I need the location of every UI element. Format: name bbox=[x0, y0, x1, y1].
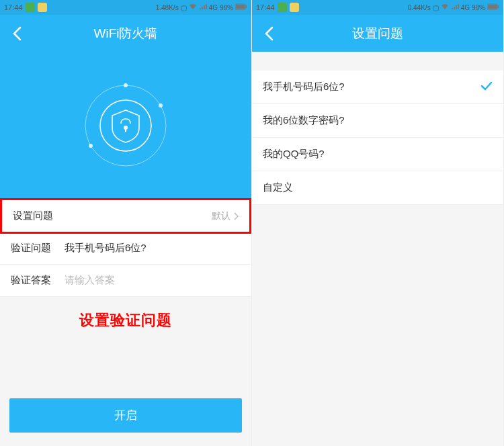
option-row-1[interactable]: 我手机号码后6位? bbox=[252, 71, 503, 104]
svg-point-6 bbox=[89, 144, 93, 148]
option-label: 我的QQ号码? bbox=[263, 148, 325, 161]
status-speed: 1.48K/s bbox=[156, 4, 179, 11]
status-app-icon bbox=[26, 3, 35, 12]
status-bar: 17:44 1.48K/s ▢ 4G 98% bbox=[0, 0, 251, 15]
left-screen: 17:44 1.48K/s ▢ 4G 98% WiFi防火墙 bbox=[0, 0, 252, 446]
option-label: 我手机号码后6位? bbox=[263, 81, 345, 93]
check-icon bbox=[480, 81, 493, 93]
setup-question-value: 默认 bbox=[212, 210, 230, 222]
sim-icon: ▢ bbox=[181, 4, 187, 11]
status-time: 17:44 bbox=[256, 3, 275, 11]
status-time: 17:44 bbox=[4, 3, 23, 11]
status-battery: 98% bbox=[472, 4, 485, 11]
status-bar: 17:44 0.44K/s ▢ 4G 98% bbox=[252, 0, 503, 15]
status-app-icon bbox=[38, 3, 47, 12]
signal-icon bbox=[451, 3, 459, 11]
setup-question-label: 设置问题 bbox=[13, 210, 53, 222]
verify-question-row: 验证问题 我手机号码后6位? bbox=[0, 232, 251, 265]
verify-question-value: 我手机号码后6位? bbox=[65, 242, 146, 255]
svg-rect-2 bbox=[245, 5, 247, 8]
verify-answer-label: 验证答案 bbox=[11, 274, 51, 287]
sim-icon: ▢ bbox=[433, 4, 439, 11]
wifi-icon bbox=[441, 3, 449, 11]
status-app-icon bbox=[290, 3, 299, 12]
hero-graphic bbox=[0, 52, 251, 199]
back-button[interactable] bbox=[259, 24, 279, 44]
battery-icon bbox=[235, 3, 247, 11]
page-title: WiFi防火墙 bbox=[0, 25, 251, 42]
verify-answer-row[interactable]: 验证答案 请输入答案 bbox=[0, 265, 251, 297]
status-battery: 98% bbox=[220, 4, 233, 11]
status-network: 4G bbox=[461, 4, 470, 11]
status-app-icon bbox=[278, 3, 287, 12]
option-label: 自定义 bbox=[263, 181, 293, 194]
settings-list: 设置问题 默认 验证问题 我手机号码后6位? 验证答案 请输入答案 bbox=[0, 199, 251, 297]
chevron-right-icon bbox=[233, 212, 239, 220]
svg-rect-1 bbox=[236, 5, 245, 9]
back-button[interactable] bbox=[7, 24, 27, 44]
verify-question-label: 验证问题 bbox=[11, 242, 51, 255]
enable-button[interactable]: 开启 bbox=[9, 398, 242, 433]
signal-icon bbox=[199, 3, 207, 11]
annotation-caption: 设置验证问题 bbox=[0, 310, 251, 330]
wifi-icon bbox=[189, 3, 197, 11]
battery-icon bbox=[487, 3, 499, 11]
svg-point-5 bbox=[159, 103, 163, 107]
option-row-3[interactable]: 我的QQ号码? bbox=[252, 138, 503, 171]
svg-point-4 bbox=[124, 83, 128, 87]
option-row-2[interactable]: 我的6位数字密码? bbox=[252, 104, 503, 138]
option-label: 我的6位数字密码? bbox=[263, 114, 345, 127]
page-title: 设置问题 bbox=[252, 25, 503, 42]
right-screen: 17:44 0.44K/s ▢ 4G 98% 设置问题 bbox=[252, 0, 504, 446]
setup-question-row[interactable]: 设置问题 默认 bbox=[0, 198, 251, 234]
question-options-list: 我手机号码后6位? 我的6位数字密码? 我的QQ号码? 自定义 bbox=[252, 71, 503, 205]
verify-answer-input[interactable]: 请输入答案 bbox=[65, 274, 241, 287]
status-network: 4G bbox=[209, 4, 218, 11]
svg-rect-12 bbox=[497, 5, 499, 8]
option-row-4[interactable]: 自定义 bbox=[252, 171, 503, 205]
status-speed: 0.44K/s bbox=[408, 4, 431, 11]
svg-rect-11 bbox=[488, 5, 497, 9]
